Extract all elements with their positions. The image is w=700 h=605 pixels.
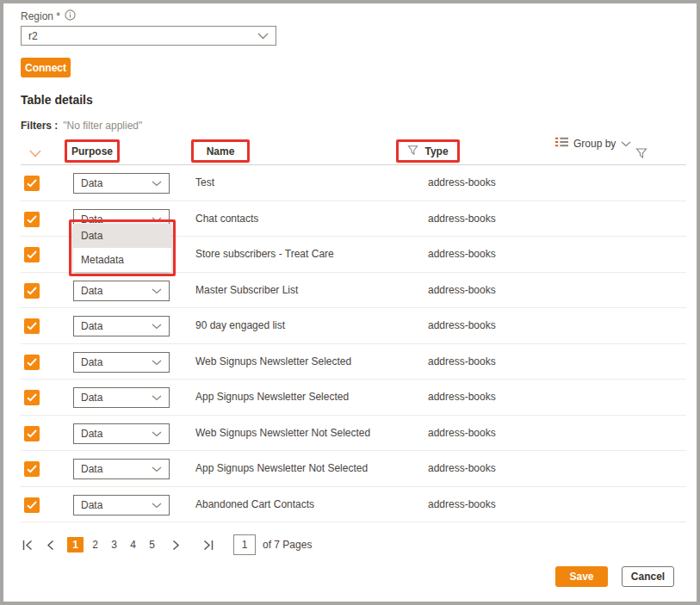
filters-line: Filters : "No filter applied"	[21, 120, 142, 132]
purpose-header-label: Purpose	[71, 145, 113, 157]
purpose-select[interactable]: Data	[73, 352, 170, 373]
region-select-value: r2	[28, 30, 38, 42]
purpose-select-value: Data	[81, 428, 102, 440]
page-number[interactable]: 1	[67, 537, 84, 553]
app-window: Region * r2 Connect Table details Filter…	[0, 0, 700, 605]
table-name-cell: Web Signups Newsletter Not Selected	[195, 416, 370, 451]
chevron-down-icon	[152, 499, 162, 511]
chevron-down-icon	[152, 285, 162, 297]
table-row: Data Test address-books	[21, 165, 686, 201]
table-row: Data Master Subscriber List address-book…	[21, 273, 686, 309]
row-checkbox-checked[interactable]	[24, 390, 40, 405]
table-row: Data Abandoned Cart Contacts address-boo…	[21, 487, 686, 523]
purpose-select-value: Data	[81, 285, 102, 297]
group-by-list-icon	[555, 137, 568, 150]
chevron-down-icon	[152, 428, 162, 440]
table-type-cell: address-books	[428, 487, 496, 522]
filters-label: Filters :	[21, 120, 58, 132]
purpose-select-value: Data	[81, 320, 102, 332]
table-row: Data 90 day engaged list address-books	[21, 308, 686, 344]
first-page-icon[interactable]	[21, 540, 34, 551]
row-checkbox-checked[interactable]	[24, 426, 40, 441]
group-by-label: Group by	[573, 138, 616, 150]
table-row: Data App Signups Newsletter Selected add…	[21, 380, 686, 416]
purpose-select[interactable]: Data	[73, 459, 170, 479]
purpose-select[interactable]: Data	[73, 423, 170, 444]
table-name-cell: 90 day engaged list	[195, 308, 285, 343]
chevron-down-icon	[152, 177, 162, 189]
table-name-cell: App Signups Newsletter Not Selected	[195, 451, 368, 486]
purpose-select-value: Data	[81, 356, 102, 368]
purpose-select-value: Data	[81, 499, 102, 511]
row-checkbox-checked[interactable]	[24, 247, 40, 262]
table-type-cell: address-books	[428, 308, 496, 343]
table-name-cell: Master Subscriber List	[195, 273, 298, 308]
row-checkbox-checked[interactable]	[24, 318, 40, 334]
type-header-label: Type	[424, 145, 448, 157]
table-type-cell: address-books	[428, 380, 496, 415]
purpose-select[interactable]: Data	[73, 495, 170, 515]
page-number[interactable]: 2	[88, 537, 102, 553]
chevron-down-icon	[152, 320, 162, 332]
last-page-icon[interactable]	[201, 540, 214, 551]
table-name-cell: Web Signups Newsletter Selected	[195, 344, 351, 380]
row-checkbox-checked[interactable]	[24, 283, 40, 299]
table-type-cell: address-books	[428, 165, 496, 201]
dropdown-option-metadata[interactable]: Metadata	[73, 248, 171, 272]
page-number-input[interactable]	[233, 534, 256, 555]
purpose-select[interactable]: Data	[73, 173, 170, 194]
table-row: Data App Signups Newsletter Not Selected…	[21, 451, 686, 487]
filter-funnel-icon[interactable]	[407, 145, 418, 158]
next-page-icon[interactable]	[170, 540, 183, 551]
purpose-select-value: Data	[81, 177, 102, 189]
table-name-cell: Chat contacts	[195, 201, 258, 237]
connect-button[interactable]: Connect	[21, 58, 71, 77]
page-number[interactable]: 4	[126, 537, 140, 553]
column-header-name[interactable]: Name	[191, 139, 250, 163]
total-pages-label: of 7 Pages	[263, 539, 312, 551]
cancel-button[interactable]: Cancel	[622, 566, 674, 587]
purpose-select[interactable]: Data	[73, 281, 170, 301]
table-row: Data Web Signups Newsletter Selected add…	[21, 344, 686, 380]
column-header-purpose[interactable]: Purpose	[65, 139, 120, 163]
table-body: Data Test address-books Data Chat contac…	[21, 165, 686, 522]
row-checkbox-checked[interactable]	[24, 497, 40, 513]
table-name-cell: App Signups Newsletter Selected	[195, 380, 349, 415]
filters-value: "No filter applied"	[63, 120, 142, 132]
page-number[interactable]: 3	[107, 537, 121, 553]
table-name-cell: Abandoned Cart Contacts	[195, 487, 314, 522]
table-type-cell: address-books	[428, 237, 496, 272]
column-header-type[interactable]: Type	[396, 139, 460, 163]
region-select[interactable]: r2	[21, 26, 276, 46]
info-icon[interactable]	[65, 9, 76, 23]
page-list: 1 2 3 4 5	[67, 537, 164, 553]
purpose-select[interactable]: Data	[73, 316, 170, 336]
table-type-cell: address-books	[428, 201, 496, 237]
page-number[interactable]: 5	[145, 537, 159, 553]
table-type-cell: address-books	[428, 451, 496, 486]
row-checkbox-checked[interactable]	[24, 461, 40, 477]
row-checkbox-checked[interactable]	[24, 355, 40, 370]
table-name-cell: Test	[195, 165, 214, 201]
select-all-chevron-icon[interactable]	[29, 145, 41, 161]
chevron-down-icon	[152, 356, 162, 368]
pagination: 1 2 3 4 5 of 7 Pages	[21, 532, 312, 558]
table-type-cell: address-books	[428, 416, 496, 451]
row-checkbox-checked[interactable]	[24, 212, 40, 227]
section-title: Table details	[21, 93, 93, 107]
purpose-dropdown-open-panel: Data Metadata	[73, 224, 171, 272]
region-label-text: Region *	[21, 10, 60, 22]
table-row: Data Web Signups Newsletter Not Selected…	[21, 416, 686, 452]
previous-page-icon[interactable]	[44, 540, 57, 551]
dropdown-option-data[interactable]: Data	[73, 224, 171, 248]
row-checkbox-checked[interactable]	[24, 176, 40, 191]
group-by-control[interactable]: Group by	[555, 137, 631, 150]
save-button[interactable]: Save	[555, 566, 608, 587]
chevron-down-icon	[621, 138, 631, 150]
table-type-cell: address-books	[428, 344, 496, 380]
purpose-select[interactable]: Data	[73, 387, 170, 408]
table-type-cell: address-books	[428, 273, 496, 308]
table-filter-funnel-icon[interactable]	[635, 147, 647, 163]
name-header-label: Name	[207, 145, 235, 157]
table-name-cell: Store subscribers - Treat Care	[195, 237, 334, 272]
